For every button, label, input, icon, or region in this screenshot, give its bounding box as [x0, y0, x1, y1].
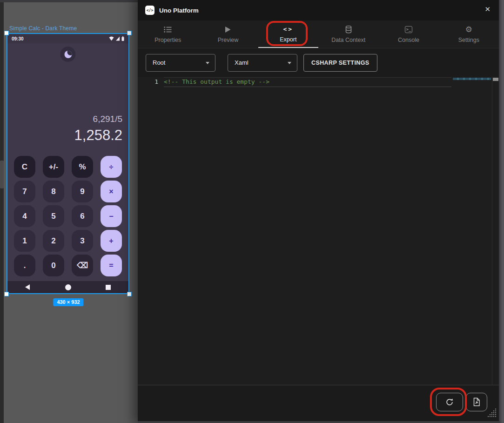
- moon-icon: [64, 51, 72, 58]
- tab-properties[interactable]: Properties: [138, 20, 198, 48]
- window-title: Uno Platform: [159, 7, 199, 14]
- frame-title[interactable]: Simple Calc - Dark Theme: [9, 25, 77, 32]
- resize-grip-icon[interactable]: [487, 408, 497, 419]
- key-5[interactable]: 5: [43, 205, 64, 227]
- signal-icon: [115, 36, 120, 41]
- canvas-left-edge: [0, 2, 4, 423]
- play-icon: [225, 25, 231, 34]
- screenshot-root: Simple Calc - Dark Theme 09:30 6,291/5 1…: [0, 0, 504, 423]
- refresh-button[interactable]: [436, 393, 463, 411]
- tab-label: Export: [280, 36, 296, 43]
- refresh-icon: [445, 398, 454, 406]
- desktop-edge-bottom: [138, 421, 499, 423]
- chevron-down-icon: [288, 62, 291, 64]
- code-icon: <>: [283, 25, 293, 33]
- key-1[interactable]: 1: [14, 230, 35, 252]
- key-decimal[interactable]: .: [14, 255, 35, 276]
- key-6[interactable]: 6: [72, 205, 93, 227]
- gear-icon: ⚙: [465, 25, 472, 34]
- chevron-down-icon: [206, 62, 209, 64]
- selection-handle-br[interactable]: [127, 292, 132, 296]
- battery-icon: [121, 36, 124, 41]
- key-plus[interactable]: +: [101, 230, 122, 252]
- key-divide[interactable]: ÷: [101, 156, 122, 178]
- design-canvas[interactable]: Simple Calc - Dark Theme 09:30 6,291/5 1…: [0, 0, 138, 423]
- export-controls: Root Xaml CSHARP SETTINGS: [138, 48, 499, 77]
- scrollbar-thumb[interactable]: [493, 78, 498, 81]
- format-select[interactable]: Xaml: [228, 54, 297, 72]
- key-4[interactable]: 4: [14, 205, 35, 227]
- key-equals[interactable]: =: [101, 255, 122, 276]
- tab-label: Console: [398, 37, 419, 43]
- export-file-icon: [472, 397, 481, 407]
- code-comment: <!-- This output is empty -->: [164, 78, 269, 85]
- calc-expression: 6,291/5: [93, 114, 122, 124]
- key-minus[interactable]: −: [101, 205, 122, 227]
- tab-export[interactable]: <> Export: [258, 20, 318, 48]
- key-3[interactable]: 3: [72, 230, 93, 252]
- calc-result: 1,258.2: [74, 127, 122, 144]
- database-icon: [345, 25, 352, 34]
- key-plusminus[interactable]: +/-: [43, 156, 64, 178]
- close-icon[interactable]: ✕: [484, 6, 491, 13]
- tab-bar: Properties Preview <> Export Data Contex…: [138, 20, 499, 48]
- minimap: [453, 78, 491, 80]
- csharp-settings-button[interactable]: CSHARP SETTINGS: [303, 54, 377, 72]
- key-2[interactable]: 2: [43, 230, 64, 252]
- footer-bar: [138, 385, 499, 421]
- size-badge: 430 × 932: [53, 298, 83, 306]
- tab-data-context[interactable]: Data Context: [318, 20, 378, 48]
- recents-icon[interactable]: [106, 285, 111, 290]
- android-nav-bar: [7, 281, 128, 293]
- key-9[interactable]: 9: [72, 181, 93, 202]
- uno-platform-window: </> Uno Platform ✕ Properties Preview <>…: [138, 0, 499, 421]
- format-select-value: Xaml: [235, 59, 249, 66]
- selection-handle-tl[interactable]: [4, 31, 9, 35]
- editor-scrollbar[interactable]: [492, 77, 499, 385]
- tab-label: Preview: [218, 37, 238, 43]
- theme-toggle-button[interactable]: [60, 47, 76, 62]
- home-icon[interactable]: [65, 284, 71, 290]
- tab-label: Data Context: [331, 37, 365, 43]
- phone-frame[interactable]: 09:30 6,291/5 1,258.2 C +/- % ÷ 7 8 9: [7, 33, 129, 294]
- root-select-value: Root: [153, 59, 165, 66]
- tab-preview[interactable]: Preview: [198, 20, 258, 48]
- tab-label: Settings: [458, 37, 479, 43]
- canvas-top-edge: [0, 0, 138, 2]
- selection-handle-bl[interactable]: [4, 292, 9, 296]
- root-select[interactable]: Root: [146, 54, 215, 72]
- tab-console[interactable]: >_ Console: [378, 20, 438, 48]
- panel-collapse-handle[interactable]: [0, 161, 4, 188]
- key-clear[interactable]: C: [14, 156, 35, 178]
- list-icon: [164, 25, 172, 34]
- key-multiply[interactable]: ×: [101, 181, 122, 202]
- export-file-button[interactable]: [466, 393, 487, 411]
- key-percent[interactable]: %: [72, 156, 93, 178]
- tab-label: Properties: [155, 37, 181, 43]
- back-icon[interactable]: [25, 284, 30, 290]
- key-backspace[interactable]: ⌫: [72, 255, 93, 276]
- selection-handle-tr[interactable]: [127, 31, 132, 35]
- key-8[interactable]: 8: [43, 181, 64, 202]
- terminal-icon: >_: [405, 25, 413, 34]
- desktop-edge-right: [499, 0, 504, 423]
- code-badge-icon: </>: [145, 6, 155, 15]
- window-header[interactable]: </> Uno Platform ✕: [138, 0, 499, 20]
- status-bar: 09:30: [7, 34, 128, 43]
- status-time: 09:30: [12, 36, 24, 41]
- key-7[interactable]: 7: [14, 181, 35, 202]
- key-0[interactable]: 0: [43, 255, 64, 276]
- calc-keypad: C +/- % ÷ 7 8 9 × 4 5 6 − 1 2 3 + . 0 ⌫ …: [14, 156, 122, 276]
- code-editor[interactable]: 1 <!-- This output is empty -->: [138, 77, 499, 385]
- line-number: 1: [138, 78, 158, 85]
- status-icons: [109, 36, 124, 41]
- wifi-icon: [109, 36, 114, 41]
- tab-settings[interactable]: ⚙ Settings: [439, 20, 499, 48]
